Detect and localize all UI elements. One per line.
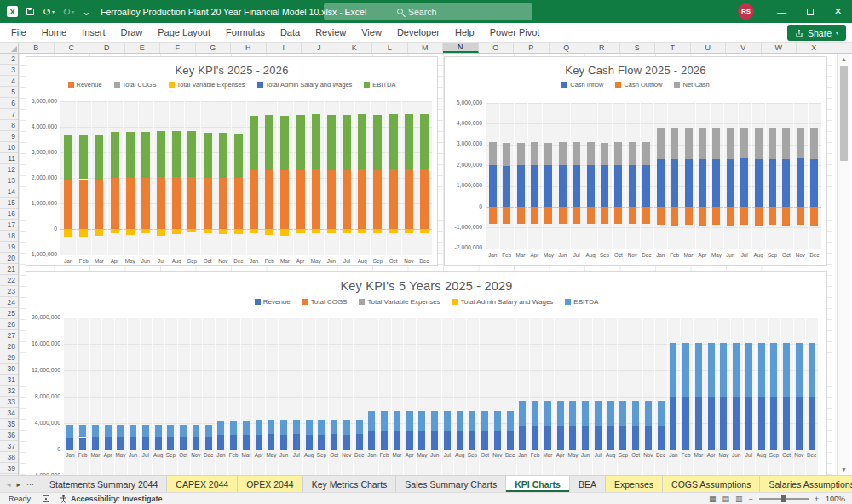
accessibility-status[interactable]: Accessibility: Investigate <box>71 495 163 503</box>
column-header-X[interactable]: X <box>797 43 832 53</box>
row-header-24[interactable]: 24 <box>0 297 18 308</box>
zoom-slider[interactable] <box>759 498 809 500</box>
row-header-27[interactable]: 27 <box>0 330 18 341</box>
row-header-3[interactable]: 3 <box>0 65 18 76</box>
ribbon-tab-power-pivot[interactable]: Power Pivot <box>482 23 548 42</box>
sheet-tab-capex-2044[interactable]: CAPEX 2044 <box>167 476 238 492</box>
ribbon-tab-help[interactable]: Help <box>447 23 482 42</box>
vertical-scrollbar[interactable]: ▲ ▼ <box>837 54 850 475</box>
sheet-nav-right-icon[interactable]: ▸ <box>17 480 21 489</box>
row-header-26[interactable]: 26 <box>0 319 18 330</box>
sheet-tab-salaries-assumptions[interactable]: Salaries Assumptions <box>760 476 852 492</box>
macro-record-icon[interactable] <box>43 495 49 502</box>
search-input[interactable] <box>408 7 459 17</box>
row-header-34[interactable]: 34 <box>0 408 18 419</box>
sheet-nav-left-icon[interactable]: ◂ <box>7 480 11 489</box>
sheet-tab-expenses[interactable]: Expenses <box>606 476 663 492</box>
column-header-H[interactable]: H <box>231 43 267 53</box>
customize-toolbar-icon[interactable]: ⌄ <box>82 7 90 17</box>
row-header-6[interactable]: 6 <box>0 98 18 109</box>
sheet-tab-statements-summary-2044[interactable]: Statements Summary 2044 <box>41 476 167 492</box>
row-header-25[interactable]: 25 <box>0 308 18 319</box>
row-header-18[interactable]: 18 <box>0 231 18 242</box>
ribbon-tab-view[interactable]: View <box>354 23 389 42</box>
zoom-in-icon[interactable]: + <box>815 495 819 503</box>
close-button[interactable]: ✕ <box>824 0 852 23</box>
row-header-19[interactable]: 19 <box>0 242 18 253</box>
column-header-T[interactable]: T <box>655 43 691 53</box>
column-header-K[interactable]: K <box>337 43 373 53</box>
row-header-17[interactable]: 17 <box>0 220 18 231</box>
undo-icon[interactable]: ↺▾ <box>43 7 55 17</box>
account-avatar[interactable]: RS <box>738 3 754 20</box>
column-header-F[interactable]: F <box>160 43 196 53</box>
save-icon[interactable] <box>26 7 35 16</box>
column-header-O[interactable]: O <box>479 43 515 53</box>
sheet-tab-sales-summary-charts[interactable]: Sales Summary Charts <box>396 476 506 492</box>
page-layout-view-icon[interactable]: ▤ <box>722 495 729 503</box>
row-header-32[interactable]: 32 <box>0 386 18 397</box>
select-all-corner[interactable] <box>0 43 19 53</box>
row-header-31[interactable]: 31 <box>0 375 18 386</box>
column-header-M[interactable]: M <box>408 43 444 53</box>
row-header-33[interactable]: 33 <box>0 397 18 408</box>
row-header-2[interactable]: 2 <box>0 54 18 65</box>
row-header-39[interactable]: 39 <box>0 463 18 474</box>
column-header-L[interactable]: L <box>372 43 408 53</box>
row-header-13[interactable]: 13 <box>0 175 18 186</box>
row-header-14[interactable]: 14 <box>0 186 18 198</box>
ribbon-tab-draw[interactable]: Draw <box>113 23 151 42</box>
column-header-E[interactable]: E <box>125 43 161 53</box>
ribbon-tab-home[interactable]: Home <box>34 23 74 42</box>
column-header-P[interactable]: P <box>514 43 550 53</box>
row-header-30[interactable]: 30 <box>0 364 18 375</box>
sheet-tab-cogs-assumptions[interactable]: COGS Assumptions <box>663 476 760 492</box>
row-header-9[interactable]: 9 <box>0 131 18 142</box>
column-header-C[interactable]: C <box>55 43 90 53</box>
ribbon-tab-developer[interactable]: Developer <box>389 23 447 42</box>
column-header-U[interactable]: U <box>691 43 727 53</box>
column-header-G[interactable]: G <box>196 43 232 53</box>
row-header-12[interactable]: 12 <box>0 164 18 175</box>
column-header-D[interactable]: D <box>89 43 125 53</box>
zoom-out-icon[interactable]: − <box>748 495 752 503</box>
chart-key-cash-flow-2025-2026[interactable]: Key Cash Flow 2025 - 2026Cash InflowCash… <box>444 56 827 266</box>
zoom-level[interactable]: 100% <box>825 495 845 503</box>
row-header-4[interactable]: 4 <box>0 76 18 87</box>
column-header-B[interactable]: B <box>19 43 55 53</box>
ribbon-tab-file[interactable]: File <box>3 23 34 42</box>
row-header-21[interactable]: 21 <box>0 264 18 275</box>
sheet-tab-kpi-charts[interactable]: KPI Charts <box>506 476 570 492</box>
chart-key-kpis-5-years-2025-2029[interactable]: Key KPI's 5 Years 2025 - 2029RevenueTota… <box>26 271 827 475</box>
column-header-N[interactable]: N <box>443 43 479 53</box>
row-header-28[interactable]: 28 <box>0 341 18 352</box>
column-header-S[interactable]: S <box>620 43 656 53</box>
vertical-scroll-thumb[interactable] <box>840 66 848 161</box>
sheet-nav-more-icon[interactable]: ⋯ <box>26 480 34 489</box>
zoom-slider-thumb[interactable] <box>781 495 786 502</box>
row-header-11[interactable]: 11 <box>0 153 18 164</box>
minimize-button[interactable]: — <box>768 0 796 23</box>
column-header-Q[interactable]: Q <box>550 43 585 53</box>
column-header-I[interactable]: I <box>267 43 302 53</box>
ribbon-tab-review[interactable]: Review <box>308 23 354 42</box>
row-header-23[interactable]: 23 <box>0 286 18 297</box>
row-header-35[interactable]: 35 <box>0 419 18 430</box>
page-break-view-icon[interactable]: ▥ <box>735 495 743 503</box>
sheet-tab-opex-2044[interactable]: OPEX 2044 <box>238 476 302 492</box>
column-header-W[interactable]: W <box>762 43 797 53</box>
share-button[interactable]: Share ▾ <box>787 25 846 41</box>
sheet-tab-key-metrics-charts[interactable]: Key Metrics Charts <box>303 476 397 492</box>
row-header-15[interactable]: 15 <box>0 198 18 209</box>
row-header-38[interactable]: 38 <box>0 452 18 463</box>
chart-key-kpis-2025-2026[interactable]: Key KPI's 2025 - 2026RevenueTotal COGSTo… <box>26 56 438 266</box>
column-header-V[interactable]: V <box>726 43 762 53</box>
ribbon-tab-page-layout[interactable]: Page Layout <box>150 23 218 42</box>
ribbon-tab-insert[interactable]: Insert <box>74 23 113 42</box>
row-header-10[interactable]: 10 <box>0 142 18 153</box>
sheet-tab-bea[interactable]: BEA <box>570 476 606 492</box>
row-header-7[interactable]: 7 <box>0 109 18 120</box>
row-header-22[interactable]: 22 <box>0 275 18 286</box>
scroll-down-icon[interactable]: ▼ <box>838 464 850 475</box>
ribbon-tab-formulas[interactable]: Formulas <box>218 23 273 42</box>
